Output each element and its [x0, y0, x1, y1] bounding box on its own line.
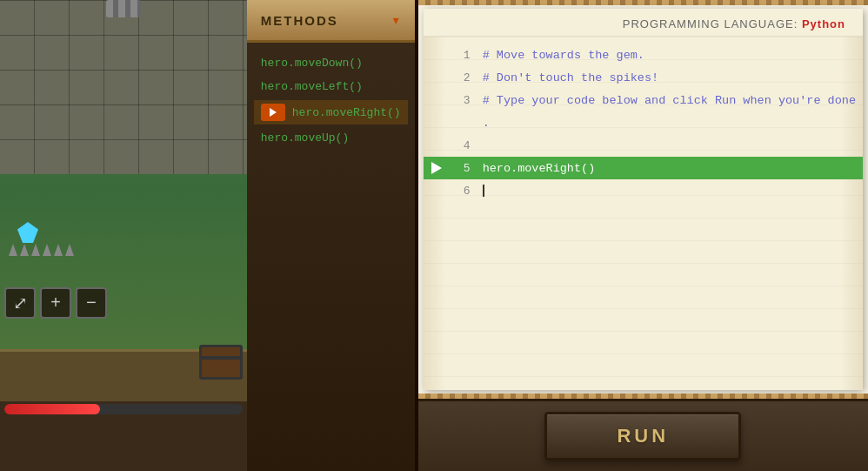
health-bar-container [4, 404, 243, 414]
line-content-3: # Type your code below and click Run whe… [476, 94, 863, 107]
play-icon [431, 162, 442, 174]
zoom-out-button[interactable]: − [76, 287, 107, 319]
code-line-6: 6 [424, 179, 863, 202]
code-line-1: 1 # Move towards the gem. [424, 44, 863, 66]
methods-title: METHODS [261, 13, 338, 28]
methods-panel: METHODS ▾ hero.moveDown() hero.moveLeft(… [247, 0, 418, 471]
code-editor-area[interactable]: 1 # Move towards the gem. 2 # Don't touc… [424, 37, 863, 390]
lang-label: PROGRAMMING LANGUAGE: [623, 17, 798, 30]
code-lines: 1 # Move towards the gem. 2 # Don't touc… [424, 37, 863, 209]
code-line-3b: . [424, 111, 863, 134]
zoom-in-button[interactable]: + [40, 287, 71, 319]
line-content-2: # Don't touch the spikes! [476, 71, 863, 84]
method-label: hero.moveUp() [261, 131, 349, 145]
line-number-3: 3 [450, 94, 476, 107]
stone-wall [0, 0, 247, 174]
methods-dropdown-icon[interactable]: ▾ [391, 10, 401, 30]
lang-name: Python [802, 17, 845, 30]
health-bar [4, 404, 100, 414]
line-number-6: 6 [450, 185, 476, 198]
cursor [483, 185, 484, 197]
chain-decoration [106, 0, 141, 17]
methods-header: METHODS ▾ [247, 0, 415, 43]
line-content-6 [476, 185, 863, 198]
gem-object [17, 222, 38, 243]
line-number-2: 2 [450, 71, 476, 84]
line-content-1: # Move towards the gem. [476, 49, 863, 62]
prog-lang-header: PROGRAMMING LANGUAGE: Python [424, 9, 863, 37]
method-item-moveright[interactable]: hero.moveRight() [254, 100, 408, 124]
method-item-movedown[interactable]: hero.moveDown() [254, 53, 408, 73]
method-label: hero.moveLeft() [261, 80, 363, 93]
line-content-5: hero.moveRight() [476, 162, 863, 175]
line-content-3b: . [476, 117, 863, 130]
line-number-1: 1 [450, 49, 476, 62]
code-panel: PROGRAMMING LANGUAGE: Python 1 # Move to… [418, 0, 868, 471]
run-button[interactable]: RUN [544, 412, 741, 461]
method-item-moveleft[interactable]: hero.moveLeft() [254, 77, 408, 97]
methods-list: hero.moveDown() hero.moveLeft() hero.mov… [247, 43, 415, 158]
code-line-4: 4 [424, 134, 863, 157]
method-item-moveup[interactable]: hero.moveUp() [254, 128, 408, 148]
line-number-4: 4 [450, 139, 476, 152]
line-number-5: 5 [450, 162, 476, 175]
chest-object [199, 345, 243, 380]
method-label: hero.moveDown() [261, 57, 363, 70]
code-line-5: 5 hero.moveRight() [424, 157, 863, 179]
zoom-controls: ⤢ + − [4, 287, 107, 319]
run-button-area: RUN [418, 399, 868, 471]
expand-button[interactable]: ⤢ [4, 287, 36, 319]
line-indicator-5 [424, 162, 450, 174]
border-top [418, 0, 868, 5]
paper-container: PROGRAMMING LANGUAGE: Python 1 # Move to… [424, 9, 863, 390]
method-label: hero.moveRight() [292, 106, 401, 119]
code-line-2: 2 # Don't touch the spikes! [424, 66, 863, 89]
method-active-icon [261, 104, 285, 121]
spikes-decoration [9, 244, 74, 256]
code-line-3: 3 # Type your code below and click Run w… [424, 89, 863, 111]
game-area: ⤢ + − [0, 0, 247, 471]
